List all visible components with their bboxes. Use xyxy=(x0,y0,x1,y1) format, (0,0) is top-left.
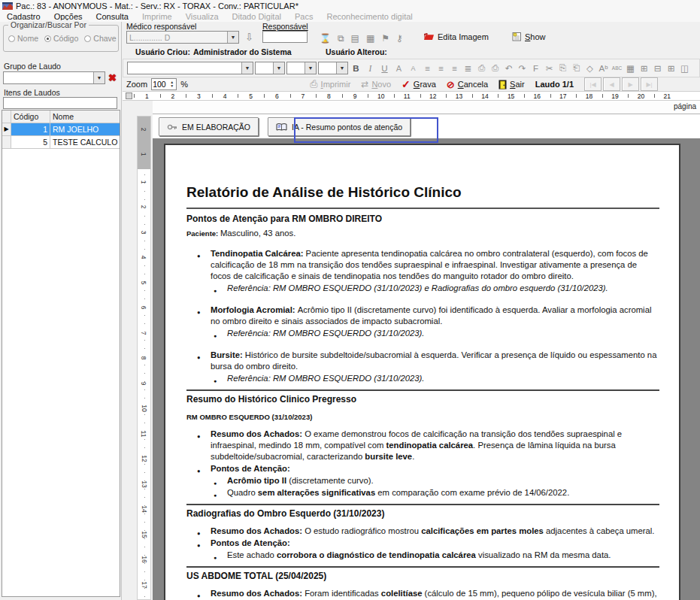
menu-ditado-digital[interactable]: Ditado Digital xyxy=(226,12,288,21)
align-center-icon[interactable]: ≡ xyxy=(435,62,447,74)
stamp-icon[interactable]: ▦ xyxy=(366,33,374,44)
chevron-down-icon[interactable]: ▼ xyxy=(227,32,238,43)
document-icon[interactable]: ▤ xyxy=(351,33,359,44)
ruler-tick: 8 xyxy=(138,346,150,371)
chevron-down-icon[interactable]: ▼ xyxy=(336,62,347,74)
window-title: Pac.: 83 - ANONYMOUS - Mat.: - Serv.: RX… xyxy=(16,2,298,11)
chevron-down-icon[interactable]: ▼ xyxy=(241,62,253,74)
ruler-tick: 14 xyxy=(138,497,150,523)
redo-icon[interactable]: ↷ xyxy=(516,62,529,74)
document-page[interactable]: Relatório de Análise de Histórico Clínic… xyxy=(164,144,680,600)
nav-prev-button[interactable]: ◀ xyxy=(603,77,620,91)
underline-button[interactable]: U xyxy=(378,62,391,74)
document-canvas: Relatório de Análise de Histórico Clínic… xyxy=(153,138,700,600)
usuario-criou-label: Usuário Criou: xyxy=(135,47,190,56)
ruler-tick: 15 xyxy=(498,92,524,100)
tab-bar: EM ELABORAÇÃO IA - Resumo pontos de aten… xyxy=(153,114,700,140)
edita-imagem-button[interactable]: Edita Imagem xyxy=(423,32,489,41)
itens-laudos-input[interactable] xyxy=(3,97,117,109)
ruler-tick: 12 xyxy=(420,92,447,100)
doc-li2: Referência: RM OMBRO ESQUERDO (31/10/202… xyxy=(186,373,659,384)
copy-icon[interactable]: ⎘ xyxy=(556,62,569,74)
undo-icon[interactable]: ↶ xyxy=(502,62,515,74)
font-decrease-button[interactable]: A xyxy=(407,62,420,74)
copy-icon[interactable]: ⧉ xyxy=(338,33,344,44)
insert-row-icon[interactable]: ⊟ xyxy=(651,62,664,74)
percent-label: % xyxy=(180,80,188,89)
color-combobox[interactable]: ▼ xyxy=(318,62,348,74)
flag-icon[interactable]: ⚑ xyxy=(381,33,389,44)
font-family-combobox[interactable]: ▼ xyxy=(127,62,253,74)
menu-imprime[interactable]: Imprime xyxy=(135,12,179,21)
menu-visualiza[interactable]: Visualiza xyxy=(179,12,226,21)
report-title: Relatório de Análise de Histórico Clínic… xyxy=(186,184,659,209)
table-row[interactable]: ▶ 1 RM JOELHO xyxy=(2,123,120,136)
print-preview-icon[interactable]: ⎙ xyxy=(489,62,502,74)
save-check-icon: ✓ xyxy=(402,78,411,90)
spellcheck-icon[interactable]: ABC xyxy=(611,62,623,74)
radio-chave[interactable]: Chave xyxy=(84,34,116,43)
insert-table-icon[interactable]: ⊞ xyxy=(638,62,650,74)
doc-li1: Pontos de Atenção: xyxy=(186,463,659,474)
radio-codigo[interactable]: Código xyxy=(44,34,78,43)
highlight-icon[interactable]: ◇ xyxy=(583,62,596,74)
insert-column-icon[interactable]: ⊞ xyxy=(665,62,677,74)
chevron-down-icon[interactable]: ▼ xyxy=(93,72,105,83)
table-row[interactable]: 5 TESTE CALCULO xyxy=(2,136,120,149)
font-size-combobox[interactable]: ▼ xyxy=(255,62,285,74)
ruler-tick: 12 xyxy=(138,447,150,472)
cancela-button[interactable]: ⊘Cancela xyxy=(447,79,488,90)
font-increase-button[interactable]: A xyxy=(392,62,405,74)
table-icon[interactable]: ▦ xyxy=(624,62,637,74)
sair-button[interactable]: Sair xyxy=(498,80,525,89)
menu-reconhecimento-digital[interactable]: Reconhecimento digital xyxy=(320,12,419,21)
italic-button[interactable]: I xyxy=(364,62,377,74)
bold-button[interactable]: B xyxy=(350,62,362,74)
paste-icon[interactable]: ⎗ xyxy=(570,62,583,74)
split-cells-icon[interactable]: ◫ xyxy=(678,62,691,74)
show-button[interactable]: Show xyxy=(511,32,546,41)
chevron-down-icon[interactable]: ▼ xyxy=(305,62,316,74)
menu-pacs[interactable]: Pacs xyxy=(288,12,320,21)
tab-ia-resumo[interactable]: IA - Resumo pontos de atenção xyxy=(268,117,411,136)
assign-down-icon[interactable]: ⇩ xyxy=(245,32,253,43)
laudo-counter: Laudo 1/1 xyxy=(535,80,574,89)
ruler-tick: 13 xyxy=(138,471,150,497)
ruler-tick: 11 xyxy=(394,92,420,100)
align-left-icon[interactable]: ≡ xyxy=(421,62,434,74)
menu-consulta[interactable]: Consulta xyxy=(89,12,135,21)
zoom-spinner[interactable]: ▲▼ xyxy=(151,78,177,90)
ruler-tick: 21 xyxy=(654,92,680,100)
doc-li2: Referência: RM OMBRO ESQUERDO (31/10/202… xyxy=(186,283,659,294)
doc-li1: Bursite: Histórico de bursite subdeltoid… xyxy=(186,350,659,372)
doc-li1: Tendinopatia Calcárea: Paciente apresent… xyxy=(186,248,659,282)
hourglass-icon[interactable]: ⌛ xyxy=(320,33,331,44)
tab-em-elaboracao[interactable]: EM ELABORAÇÃO xyxy=(159,117,259,136)
nav-next-button[interactable]: ▶ xyxy=(622,77,639,91)
title-bar: Pac.: 83 - ANONYMOUS - Mat.: - Serv.: RX… xyxy=(0,0,700,11)
imprimir-button[interactable]: ⎙Imprimir xyxy=(310,78,350,90)
zoom-input[interactable] xyxy=(152,80,170,89)
print-icon[interactable]: ⎙ xyxy=(475,62,488,74)
align-justify-icon[interactable]: ≣ xyxy=(462,62,474,74)
grava-button[interactable]: ✓Grava xyxy=(402,78,436,90)
doc-li1: Pontos de Atenção: xyxy=(186,538,659,549)
clear-grupo-button[interactable]: ✖ xyxy=(108,72,117,83)
grupo-laudo-combobox[interactable]: ▼ xyxy=(3,71,105,84)
cut-icon[interactable]: ✂ xyxy=(543,62,556,74)
subscript-icon[interactable]: Aᵇ xyxy=(597,62,610,74)
fields-icon[interactable]: F xyxy=(529,62,542,74)
align-right-icon[interactable]: ≡ xyxy=(448,62,461,74)
novo-button[interactable]: ⇄Novo xyxy=(361,79,391,89)
responsavel-input[interactable] xyxy=(262,31,308,43)
key-icon[interactable]: ⚷ xyxy=(396,33,403,44)
book-icon xyxy=(276,123,287,132)
nav-first-button[interactable]: |◀ xyxy=(584,77,602,91)
medico-responsavel-combobox[interactable]: L............. D ▼ xyxy=(126,31,239,44)
chevron-down-icon[interactable]: ▼ xyxy=(273,62,284,74)
format-toolbar: ▼ ▼ ▼ ▼ B I U A A ≡≡≡≣⎙⎙↶↷F✂⎘⎗◇AᵇABC▦⊞⊟⊞… xyxy=(123,59,700,77)
style-combobox[interactable]: ▼ xyxy=(286,62,317,74)
spinner-arrows-icon[interactable]: ▲▼ xyxy=(170,80,174,88)
nav-last-button[interactable]: ▶| xyxy=(641,77,658,91)
radio-nome[interactable]: Nome xyxy=(8,34,38,43)
